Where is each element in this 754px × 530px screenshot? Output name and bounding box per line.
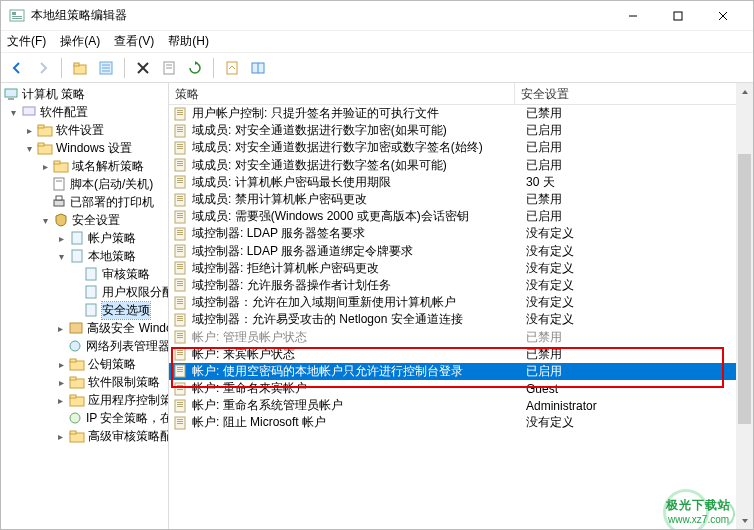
list-row[interactable]: 帐户: 重命名来宾帐户Guest	[169, 380, 753, 397]
tree-item[interactable]: 脚本(启动/关机)	[1, 175, 168, 193]
policy-item-icon	[173, 227, 189, 241]
expander-icon[interactable]: ▾	[23, 142, 35, 154]
list-button[interactable]	[94, 56, 118, 80]
list-row[interactable]: 帐户: 管理员帐户状态已禁用	[169, 328, 753, 345]
filter-button[interactable]	[246, 56, 270, 80]
policy-value: 没有定义	[522, 294, 753, 311]
svg-rect-22	[5, 89, 17, 97]
minimize-button[interactable]	[610, 2, 655, 30]
expander-icon[interactable]: ▸	[55, 322, 66, 334]
tree-root[interactable]: 计算机 策略	[1, 85, 168, 103]
list-header: 策略 安全设置	[169, 83, 753, 105]
tree-item[interactable]: IP 安全策略，在	[1, 409, 168, 427]
policy-name: 域成员: 禁用计算机帐户密码更改	[192, 191, 522, 208]
properties-button[interactable]	[157, 56, 181, 80]
policy-name: 域成员: 对安全通道数据进行数字签名(如果可能)	[192, 157, 522, 174]
menu-help[interactable]: 帮助(H)	[168, 33, 209, 50]
list-row[interactable]: 域成员: 计算机帐户密码最长使用期限30 天	[169, 174, 753, 191]
expander-icon[interactable]: ▸	[39, 160, 51, 172]
policy-name: 帐户: 使用空密码的本地帐户只允许进行控制台登录	[192, 363, 522, 380]
svg-rect-98	[177, 303, 183, 304]
tree-item[interactable]: ▸公钥策略	[1, 355, 168, 373]
expander-icon[interactable]: ▸	[55, 430, 67, 442]
tree-item[interactable]: ▾软件配置	[1, 103, 168, 121]
policy-value: 已启用	[522, 122, 753, 139]
expander-icon[interactable]: ▾	[39, 214, 51, 226]
menu-view[interactable]: 查看(V)	[114, 33, 154, 50]
folder-icon	[69, 356, 85, 372]
tree-item[interactable]: ▸高级安全 Windo	[1, 319, 168, 337]
scroll-thumb[interactable]	[738, 154, 751, 424]
list-row[interactable]: 帐户: 重命名系统管理员帐户Administrator	[169, 397, 753, 414]
tree-item[interactable]: 审核策略	[1, 265, 168, 283]
list-row[interactable]: 域成员: 对安全通道数据进行数字签名(如果可能)已启用	[169, 157, 753, 174]
list-row[interactable]: 域控制器：允许在加入域期间重新使用计算机帐户没有定义	[169, 294, 753, 311]
tree-item[interactable]: ▾Windows 设置	[1, 139, 168, 157]
expander-icon[interactable]: ▸	[55, 358, 67, 370]
svg-rect-86	[177, 251, 183, 252]
list-body[interactable]: 用户帐户控制: 只提升签名并验证的可执行文件已禁用域成员: 对安全通道数据进行数…	[169, 105, 753, 432]
list-row[interactable]: 域控制器：允许易受攻击的 Netlogon 安全通道连接没有定义	[169, 311, 753, 328]
scroll-up-button[interactable]	[736, 83, 753, 100]
list-row[interactable]: 域控制器: LDAP 服务器签名要求没有定义	[169, 225, 753, 242]
tree-pane[interactable]: 计算机 策略 ▾软件配置 ▸软件设置 ▾Windows 设置 ▸域名解析策略 脚…	[1, 83, 169, 529]
policy-item-icon	[173, 313, 189, 327]
scroll-down-button[interactable]	[736, 512, 753, 529]
policy-name: 用户帐户控制: 只提升签名并验证的可执行文件	[192, 105, 522, 122]
expander-icon[interactable]: ▸	[55, 376, 67, 388]
list-row[interactable]: 域控制器: LDAP 服务器通道绑定令牌要求没有定义	[169, 243, 753, 260]
app-icon	[9, 8, 25, 24]
forward-button[interactable]	[31, 56, 55, 80]
watermark-url: www.xz7.com	[668, 514, 729, 525]
close-button[interactable]	[700, 2, 745, 30]
scroll-track[interactable]	[736, 100, 753, 512]
up-button[interactable]	[68, 56, 92, 80]
list-row[interactable]: 用户帐户控制: 只提升签名并验证的可执行文件已禁用	[169, 105, 753, 122]
list-row[interactable]: 帐户: 来宾帐户状态已禁用	[169, 346, 753, 363]
list-row[interactable]: 帐户: 阻止 Microsoft 帐户没有定义	[169, 414, 753, 431]
policy-icon	[83, 284, 99, 300]
back-button[interactable]	[5, 56, 29, 80]
tree-item[interactable]: 用户权限分配	[1, 283, 168, 301]
column-header-setting[interactable]: 安全设置	[515, 83, 753, 104]
expander-icon[interactable]: ▸	[55, 394, 67, 406]
tree-item[interactable]: ▸高级审核策略配	[1, 427, 168, 445]
tree-item[interactable]: 已部署的打印机	[1, 193, 168, 211]
svg-rect-62	[177, 148, 183, 149]
list-row[interactable]: 域成员: 需要强(Windows 2000 或更高版本)会话密钥已启用	[169, 208, 753, 225]
svg-rect-53	[177, 112, 183, 113]
column-header-policy[interactable]: 策略	[169, 83, 515, 104]
tree-item[interactable]: ▸帐户策略	[1, 229, 168, 247]
watermark: 极光下载站 www.xz7.com	[666, 497, 731, 525]
scrollbar[interactable]	[736, 83, 753, 529]
tree-item[interactable]: ▾安全设置	[1, 211, 168, 229]
expander-icon[interactable]: ▸	[55, 232, 67, 244]
svg-rect-43	[70, 359, 76, 362]
svg-rect-74	[177, 200, 183, 201]
list-row[interactable]: 域成员: 禁用计算机帐户密码更改已禁用	[169, 191, 753, 208]
list-row[interactable]: 域成员: 对安全通道数据进行数字加密或数字签名(始终)已启用	[169, 139, 753, 156]
refresh-button[interactable]	[183, 56, 207, 80]
expander-icon[interactable]: ▸	[23, 124, 35, 136]
list-row[interactable]: 域成员: 对安全通道数据进行数字加密(如果可能)已启用	[169, 122, 753, 139]
list-row[interactable]: 域控制器: 允许服务器操作者计划任务没有定义	[169, 277, 753, 294]
expander-icon[interactable]: ▾	[7, 106, 19, 118]
tree-item[interactable]: ▸软件限制策略	[1, 373, 168, 391]
tree-item[interactable]: ▾本地策略	[1, 247, 168, 265]
tree-item[interactable]: 网络列表管理器	[1, 337, 168, 355]
expander-icon[interactable]: ▾	[55, 250, 67, 262]
menu-file[interactable]: 文件(F)	[7, 33, 46, 50]
tree-item[interactable]: ▸域名解析策略	[1, 157, 168, 175]
export-button[interactable]	[220, 56, 244, 80]
policy-name: 域成员: 对安全通道数据进行数字加密(如果可能)	[192, 122, 522, 139]
svg-rect-56	[177, 127, 183, 128]
tree-item[interactable]: ▸应用程序控制策	[1, 391, 168, 409]
delete-button[interactable]	[131, 56, 155, 80]
svg-rect-105	[177, 335, 183, 336]
list-row[interactable]: 域控制器: 拒绝计算机帐户密码更改没有定义	[169, 260, 753, 277]
menu-action[interactable]: 操作(A)	[60, 33, 100, 50]
tree-item[interactable]: ▸软件设置	[1, 121, 168, 139]
maximize-button[interactable]	[655, 2, 700, 30]
tree-item-selected[interactable]: 安全选项	[1, 301, 168, 319]
list-row[interactable]: 帐户: 使用空密码的本地帐户只允许进行控制台登录已启用	[169, 363, 753, 380]
